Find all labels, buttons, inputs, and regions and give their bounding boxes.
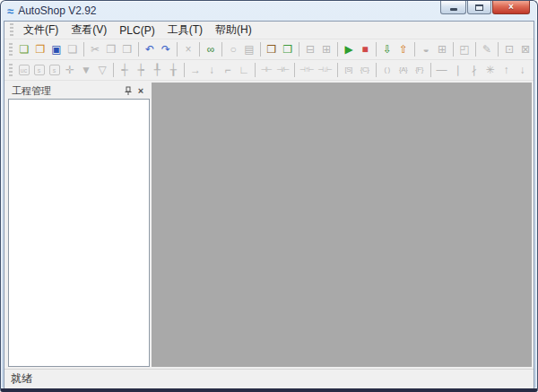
play-icon: ▶ bbox=[344, 44, 352, 55]
reset-coil-button: {C} bbox=[357, 62, 373, 78]
output-panel-toggle-button[interactable]: ❒ bbox=[280, 41, 296, 57]
maximize-button[interactable] bbox=[467, 1, 491, 14]
delete-vline-button: ✳ bbox=[482, 62, 499, 78]
main-toolbar-items: ❏❐▣❏✂❐❒↶↷×∞○▤❒❒⊟⊞▶■⇩⇧◒⊞◰✎⊡⊠⊟⊞▦ bbox=[16, 39, 534, 59]
instruction-box2-icon: s bbox=[49, 65, 60, 75]
toolbar-separator bbox=[255, 63, 256, 77]
contact-closed-icon: ⊣/⊢ bbox=[276, 66, 290, 74]
app-instruction-button: {A} bbox=[395, 62, 412, 78]
element-search-icon: ⊠ bbox=[521, 44, 530, 55]
client-area: 文件(F) 查看(V) PLC(P) 工具(T) 帮助(H) ❏❐▣❏✂❐❒↶↷… bbox=[4, 21, 534, 388]
app-logo-icon: ≈ bbox=[7, 5, 13, 17]
toolbar-separator bbox=[498, 42, 499, 57]
vline-icon: ∣ bbox=[456, 65, 461, 75]
main-toolbar-grip[interactable] bbox=[9, 43, 13, 57]
hline-tool-button: — bbox=[434, 62, 450, 78]
col-insert-right-button: ╁ bbox=[165, 62, 181, 78]
convert-box-icon: uc bbox=[19, 65, 30, 75]
coil-button: ( ) bbox=[379, 62, 395, 78]
element-search-button: ⊠ bbox=[517, 41, 534, 57]
project-tree[interactable] bbox=[8, 99, 150, 367]
scissors-icon: ✂ bbox=[91, 44, 100, 55]
append-row-button: ▽ bbox=[94, 62, 110, 78]
monitor-display-button: ⊞ bbox=[318, 41, 334, 57]
arrow-right-icon: → bbox=[190, 65, 201, 75]
undo-button[interactable]: ↶ bbox=[142, 41, 158, 57]
project-panel-header: 工程管理 × bbox=[8, 83, 150, 99]
toolbar-separator bbox=[430, 63, 431, 77]
toolbar-separator bbox=[177, 42, 178, 57]
panel-close-icon: × bbox=[138, 86, 143, 96]
func-instruction-button: {F} bbox=[412, 62, 428, 78]
open-folder-icon: ❐ bbox=[36, 44, 46, 55]
stop-icon: ■ bbox=[361, 44, 368, 55]
printer-icon: ▤ bbox=[244, 44, 254, 55]
corner-right-down-button: ⌐ bbox=[220, 62, 236, 78]
col-left-icon: ╀ bbox=[153, 65, 160, 75]
set-coil-button: [S] bbox=[341, 62, 357, 78]
vline-tool-button: ∣ bbox=[450, 62, 466, 78]
down-solid-arrow-icon: ▼ bbox=[81, 65, 91, 75]
set-coil-icon: [S] bbox=[344, 66, 351, 74]
contact-falling-button: ⊣↓⊢ bbox=[316, 62, 334, 78]
monitor-mode-button: ◒ bbox=[418, 41, 434, 57]
project-panel: 工程管理 × bbox=[8, 83, 150, 367]
toolbar-separator bbox=[260, 42, 261, 57]
row-insert-above-button: ┽ bbox=[117, 62, 133, 78]
redo-button[interactable]: ↷ bbox=[158, 41, 174, 57]
magnifier-icon: ○ bbox=[230, 44, 236, 55]
menu-tools[interactable]: 工具(T) bbox=[161, 21, 209, 39]
run-plc-button[interactable]: ▶ bbox=[341, 41, 357, 57]
copy-button: ❐ bbox=[103, 41, 119, 57]
arrow-down-icon: ↓ bbox=[209, 65, 214, 75]
print-button: ▤ bbox=[241, 41, 257, 57]
menu-view[interactable]: 查看(V) bbox=[65, 21, 113, 39]
project-panel-toggle-button[interactable]: ❒ bbox=[264, 41, 280, 57]
status-bar: 就绪 bbox=[4, 369, 534, 388]
element-dot-icon: ⊡ bbox=[505, 44, 514, 55]
coil-icon: ( ) bbox=[385, 66, 390, 74]
menu-help[interactable]: 帮助(H) bbox=[209, 21, 258, 39]
download-button[interactable]: ⇩ bbox=[379, 41, 395, 57]
instruction-s2-button: s bbox=[48, 64, 61, 77]
convert-button: uc bbox=[17, 64, 30, 77]
save-icon: ▣ bbox=[51, 44, 61, 55]
toolbar-separator bbox=[83, 42, 84, 57]
corner-down-right-button: ∟ bbox=[236, 62, 252, 78]
menu-bar: 文件(F) 查看(V) PLC(P) 工具(T) 帮助(H) bbox=[4, 22, 534, 39]
save-button[interactable]: ▣ bbox=[48, 41, 65, 57]
down-arrow-icon: ↓ bbox=[520, 65, 525, 75]
app-instruction-icon: {A} bbox=[399, 66, 407, 74]
redo-arrow-icon: ↷ bbox=[161, 44, 170, 55]
minimize-button[interactable] bbox=[440, 1, 466, 14]
save-all-icon: ❏ bbox=[68, 44, 78, 55]
ladder-toolbar-grip[interactable] bbox=[9, 64, 13, 77]
hline-icon: — bbox=[437, 65, 447, 75]
write-mode-button: ✎ bbox=[479, 41, 495, 57]
trace-button: ◰ bbox=[456, 41, 473, 57]
toolbar-separator bbox=[337, 42, 338, 57]
new-file-button[interactable]: ❏ bbox=[16, 41, 32, 57]
cross-icon: ✛ bbox=[65, 65, 74, 75]
star-icon: ✳ bbox=[486, 65, 495, 75]
pin-icon bbox=[124, 86, 133, 96]
menubar-grip[interactable] bbox=[10, 23, 13, 37]
find-button[interactable]: ∞ bbox=[203, 41, 219, 57]
col-right-icon: ╁ bbox=[169, 65, 176, 75]
project-panel-close-button[interactable]: × bbox=[134, 84, 147, 97]
menu-plc[interactable]: PLC(P) bbox=[113, 22, 161, 39]
stop-plc-button[interactable]: ■ bbox=[357, 41, 373, 57]
contact-rising-button: ⊣↑⊢ bbox=[298, 62, 316, 78]
main-area: 工程管理 × bbox=[4, 81, 534, 369]
ladder-toolbar-items: ucss✛▼▽┽┾╀╁→↓⌐∟⊣⊢⊣/⊢⊣↑⊢⊣↓⊢[S]{C}( ){A}{F… bbox=[16, 60, 534, 80]
row-above-icon: ┽ bbox=[121, 65, 127, 75]
close-button[interactable]: × bbox=[492, 1, 530, 14]
paste-icon: ❒ bbox=[123, 44, 133, 55]
menu-file[interactable]: 文件(F) bbox=[17, 21, 65, 39]
title-bar[interactable]: ≈ AutoShop V2.92 × bbox=[4, 1, 534, 21]
toolbar-separator bbox=[453, 42, 454, 57]
pin-button[interactable] bbox=[122, 84, 134, 97]
open-project-button[interactable]: ❐ bbox=[32, 41, 48, 57]
corner-down-icon: ∟ bbox=[239, 65, 249, 75]
upload-button[interactable]: ⇧ bbox=[395, 41, 412, 57]
